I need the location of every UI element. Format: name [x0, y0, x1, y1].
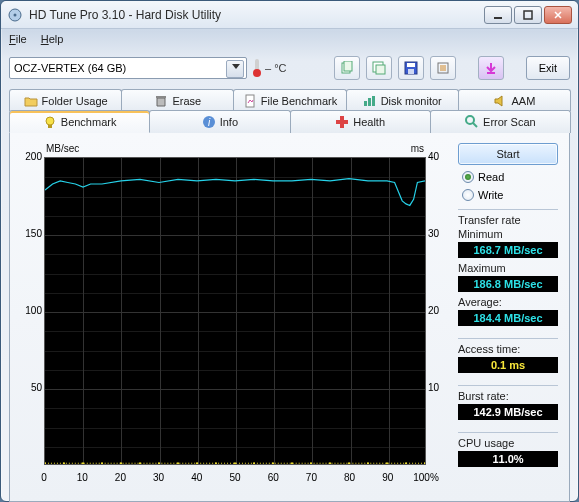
write-radio[interactable]: Write [458, 189, 558, 201]
chart-traces [45, 158, 425, 464]
y-left-tick: 150 [20, 228, 42, 239]
bulb-icon [43, 115, 57, 129]
cpu-usage-label: CPU usage [458, 437, 558, 449]
monitor-icon [363, 94, 377, 108]
x-tick: 50 [229, 472, 240, 483]
app-window: HD Tune Pro 3.10 - Hard Disk Utility Fil… [0, 0, 579, 502]
x-tick: 10 [77, 472, 88, 483]
temperature-value: – °C [265, 62, 287, 74]
menu-file[interactable]: File [9, 33, 27, 45]
svg-point-27 [82, 462, 84, 464]
copy-info-button[interactable] [334, 56, 360, 80]
svg-rect-23 [336, 120, 348, 124]
info-icon: i [202, 115, 216, 129]
close-button[interactable] [544, 6, 572, 24]
tab-folder-usage[interactable]: Folder Usage [9, 89, 122, 111]
access-time-value: 0.1 ms [458, 357, 558, 373]
x-tick: 70 [306, 472, 317, 483]
temperature-display: – °C [253, 59, 287, 77]
folder-icon [24, 94, 38, 108]
start-button[interactable]: Start [458, 143, 558, 165]
x-tick: 40 [191, 472, 202, 483]
results-panel: Start Read Write Transfer rate Minimum 1… [458, 143, 558, 491]
cpu-usage-value: 11.0% [458, 451, 558, 467]
health-icon [335, 115, 349, 129]
svg-point-24 [466, 116, 474, 124]
svg-rect-17 [372, 96, 375, 106]
y-axis-right-label: ms [411, 143, 424, 154]
svg-rect-10 [408, 69, 414, 74]
trash-icon [154, 94, 168, 108]
maximum-label: Maximum [458, 262, 558, 274]
app-icon [7, 7, 23, 23]
x-tick: 100% [413, 472, 439, 483]
svg-rect-2 [494, 17, 502, 19]
x-tick: 0 [41, 472, 47, 483]
tab-disk-monitor[interactable]: Disk monitor [346, 89, 459, 111]
copy-screenshot-button[interactable] [366, 56, 392, 80]
minimum-label: Minimum [458, 228, 558, 240]
y-left-tick: 50 [20, 382, 42, 393]
toolbar: OCZ-VERTEX (64 GB) – °C Exit [9, 51, 570, 85]
tab-file-benchmark[interactable]: File Benchmark [233, 89, 346, 111]
svg-rect-12 [487, 72, 495, 74]
svg-rect-13 [156, 96, 166, 98]
y-right-tick: 40 [428, 151, 450, 162]
save-button[interactable] [398, 56, 424, 80]
svg-rect-9 [407, 63, 415, 67]
minimum-value: 168.7 MB/sec [458, 242, 558, 258]
file-benchmark-icon [243, 94, 257, 108]
maximum-value: 186.8 MB/sec [458, 276, 558, 292]
x-tick: 60 [268, 472, 279, 483]
speaker-icon [493, 94, 507, 108]
tab-benchmark[interactable]: Benchmark [9, 110, 150, 133]
y-left-tick: 200 [20, 151, 42, 162]
svg-point-43 [386, 462, 388, 464]
svg-point-38 [291, 462, 293, 464]
svg-point-1 [14, 13, 17, 16]
access-time-label: Access time: [458, 343, 558, 355]
tab-content: MB/sec ms 501001502001020304001020304050… [9, 132, 570, 502]
transfer-rate-label: Transfer rate [458, 214, 558, 226]
x-tick: 30 [153, 472, 164, 483]
tab-area: Folder Usage Erase File Benchmark Disk m… [9, 89, 570, 502]
x-tick: 20 [115, 472, 126, 483]
svg-point-18 [46, 117, 54, 125]
average-value: 184.4 MB/sec [458, 310, 558, 326]
tab-info[interactable]: i Info [149, 110, 290, 133]
radio-icon [462, 189, 474, 201]
options-button[interactable] [430, 56, 456, 80]
tab-aam[interactable]: AAM [458, 89, 571, 111]
x-tick: 80 [344, 472, 355, 483]
drive-select[interactable]: OCZ-VERTEX (64 GB) [9, 57, 247, 79]
maximize-button[interactable] [514, 6, 542, 24]
y-right-tick: 20 [428, 305, 450, 316]
svg-rect-7 [376, 65, 385, 74]
svg-rect-3 [524, 11, 532, 19]
burst-rate-label: Burst rate: [458, 390, 558, 402]
y-right-tick: 10 [428, 382, 450, 393]
minimize-button[interactable] [484, 6, 512, 24]
drive-select-value: OCZ-VERTEX (64 GB) [14, 62, 126, 74]
titlebar[interactable]: HD Tune Pro 3.10 - Hard Disk Utility [1, 1, 578, 29]
tab-health[interactable]: Health [290, 110, 431, 133]
y-axis-left-label: MB/sec [46, 143, 79, 154]
svg-point-35 [234, 462, 236, 464]
exit-button[interactable]: Exit [526, 56, 570, 80]
read-radio[interactable]: Read [458, 171, 558, 183]
x-tick: 90 [382, 472, 393, 483]
thermometer-icon [253, 59, 261, 77]
tab-error-scan[interactable]: Error Scan [430, 110, 571, 133]
y-left-tick: 100 [20, 305, 42, 316]
window-title: HD Tune Pro 3.10 - Hard Disk Utility [29, 8, 484, 22]
minimize-tray-button[interactable] [478, 56, 504, 80]
y-right-tick: 30 [428, 228, 450, 239]
svg-rect-15 [364, 101, 367, 106]
menu-help[interactable]: Help [41, 33, 64, 45]
svg-rect-16 [368, 98, 371, 106]
radio-icon [462, 171, 474, 183]
average-label: Average: [458, 296, 558, 308]
menubar: File Help [1, 29, 578, 49]
tab-erase[interactable]: Erase [121, 89, 234, 111]
benchmark-chart: MB/sec ms 501001502001020304001020304050… [20, 143, 450, 483]
